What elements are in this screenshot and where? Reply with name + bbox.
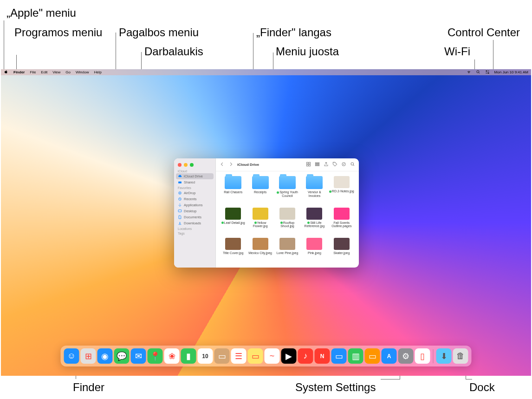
dock-app-glyph: ▥ (352, 351, 360, 361)
dock-app-keynote[interactable]: ▭ (331, 348, 347, 364)
dock-app-music[interactable]: ♪ (298, 348, 313, 364)
zoom-button[interactable] (190, 163, 194, 167)
file-item[interactable]: Title Cover.jpg (221, 238, 246, 263)
wifi-icon[interactable] (467, 70, 471, 75)
file-item[interactable]: Receipts (247, 176, 272, 206)
dock-app-glyph: ☺ (67, 351, 76, 361)
dock-app-glyph: ♪ (304, 351, 308, 361)
menu-window[interactable]: Window (76, 70, 89, 74)
dock-app-calendar[interactable]: 10 (198, 348, 213, 364)
sidebar-item-airdrop[interactable]: AirDrop (174, 190, 215, 196)
dock-app-iphone-mirroring[interactable]: ▯ (415, 348, 430, 364)
sidebar-item-desktop[interactable]: Desktop (174, 208, 215, 214)
menu-go[interactable]: Go (65, 70, 71, 74)
menu-file[interactable]: File (30, 70, 36, 74)
search-button[interactable] (350, 162, 355, 168)
dock-app-safari[interactable]: ◉ (97, 348, 113, 364)
file-item[interactable]: Vendor & Invoices (302, 176, 327, 206)
action-button[interactable] (341, 162, 346, 168)
sidebar-item-downloads[interactable]: Downloads (174, 220, 215, 226)
file-label: Rail Chasers (224, 190, 242, 194)
file-item[interactable]: Spring Youth Council (275, 176, 300, 206)
file-item[interactable]: Yellow Flower.jpg (247, 208, 272, 236)
file-item[interactable]: Rail Chasers (221, 176, 246, 206)
close-button[interactable] (178, 163, 182, 167)
tag-dot (280, 222, 283, 224)
sidebar-item-documents[interactable]: Documents (174, 214, 215, 220)
dock-app-freeform[interactable]: ~ (265, 348, 280, 364)
menubar-datetime[interactable]: Mon Jun 10 9:41 AM (494, 70, 528, 74)
dock-app-system-settings[interactable]: ⚙ (398, 348, 414, 364)
file-thumbnail (306, 208, 322, 220)
file-item[interactable]: RD.2-Notes.jpg (329, 176, 354, 206)
dock-downloads[interactable]: ⬇ (436, 348, 452, 364)
dock-app-numbers[interactable]: ▥ (348, 348, 363, 364)
dock-app-glyph: 📍 (150, 351, 160, 361)
dock-app-contacts[interactable]: ▭ (214, 348, 230, 364)
callout-app-menu: Programos meniu (14, 26, 102, 39)
sidebar-item-label: Recents (184, 197, 197, 201)
dock-app-glyph: ▶ (285, 351, 292, 361)
svg-rect-6 (178, 182, 182, 183)
menu-edit[interactable]: Edit (41, 70, 47, 74)
menu-help[interactable]: Help (94, 70, 101, 74)
dock-glyph: ⬇ (441, 351, 448, 361)
finder-title: iCloud Drive (237, 163, 259, 167)
file-label: Leaf Detail.jpg (221, 221, 245, 225)
dock-app-news[interactable]: N (315, 348, 330, 364)
finder-file-grid: Rail ChasersReceiptsSpring Youth Council… (216, 171, 359, 268)
dock-app-launchpad[interactable]: ⊞ (81, 348, 96, 364)
dock-app-notes[interactable]: ▭ (248, 348, 263, 364)
dock-app-pages[interactable]: ▭ (365, 348, 380, 364)
sidebar-item-label: AirDrop (184, 191, 195, 195)
dock-app-mail[interactable]: ✉ (131, 348, 146, 364)
file-item[interactable]: Still Life Reference.jpg (302, 208, 327, 236)
file-item[interactable]: Mexico City.jpeg (247, 238, 272, 263)
view-icons-button[interactable] (306, 162, 311, 168)
file-item[interactable]: Skater.jpeg (329, 238, 354, 263)
dock-app-glyph: ◉ (101, 351, 109, 361)
dock-app-tv[interactable]: ▶ (281, 348, 297, 364)
svg-rect-4 (487, 72, 489, 73)
sidebar-item-recents[interactable]: Recents (174, 196, 215, 202)
callout-finder-window: „Finder" langas (256, 26, 331, 39)
dock-app-glyph: ⊞ (85, 351, 92, 361)
sidebar-item-label: iCloud Drive (184, 174, 203, 178)
apple-menu[interactable] (4, 70, 8, 75)
control-center-icon[interactable] (485, 70, 490, 75)
file-item[interactable]: Rooftop Shoot.jpg (275, 208, 300, 236)
sidebar-item-icloud-drive[interactable]: iCloud Drive (176, 173, 214, 179)
folder-icon (252, 176, 269, 189)
dock-app-photos[interactable]: ❀ (164, 348, 180, 364)
dock-app-finder[interactable]: ☺ (64, 348, 79, 364)
dock-app-glyph: ▭ (369, 351, 376, 361)
finder-toolbar: iCloud Drive (216, 158, 359, 171)
file-item[interactable]: Leaf Detail.jpg (221, 208, 246, 236)
file-item[interactable]: Fall Scents Outline.pages (329, 208, 354, 236)
dock-app-glyph: ☰ (235, 351, 242, 361)
dock-app-app-store[interactable]: A (382, 348, 397, 364)
menu-app-name[interactable]: Finder (13, 70, 25, 74)
minimize-button[interactable] (184, 163, 188, 167)
dock-app-facetime[interactable]: ▮ (181, 348, 196, 364)
menu-view[interactable]: View (52, 70, 60, 74)
dock-app-reminders[interactable]: ☰ (231, 348, 247, 364)
file-item[interactable]: Pink.jpeg (302, 238, 327, 263)
dock-app-messages[interactable]: 💬 (114, 348, 130, 364)
group-button[interactable] (315, 162, 320, 168)
folder-icon (279, 176, 296, 189)
dock-trash[interactable]: 🗑 (453, 348, 468, 364)
share-button[interactable] (324, 162, 329, 168)
back-button[interactable] (220, 162, 225, 168)
forward-button[interactable] (228, 162, 234, 168)
svg-rect-11 (306, 162, 308, 164)
sidebar-item-shared[interactable]: Shared (174, 179, 215, 185)
sidebar-item-applications[interactable]: Applications (174, 202, 215, 208)
file-label: Spring Youth Council (275, 190, 300, 197)
dock-app-maps[interactable]: 📍 (148, 348, 163, 364)
file-thumbnail (306, 238, 322, 250)
spotlight-icon[interactable] (476, 70, 480, 75)
file-item[interactable]: Lone Pine.jpeg (275, 238, 300, 263)
folder-icon (306, 176, 323, 189)
tags-button[interactable] (332, 162, 337, 168)
